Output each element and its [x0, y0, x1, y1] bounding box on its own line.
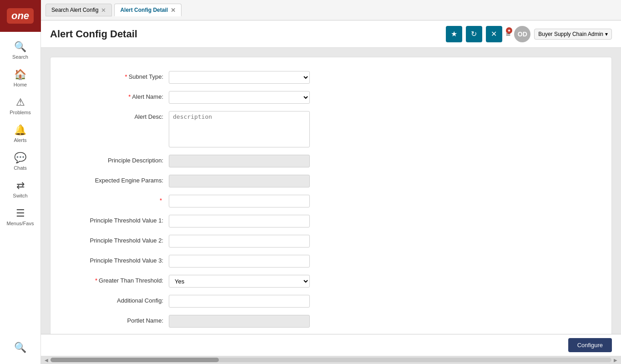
threshold-2-input[interactable]: [169, 235, 310, 248]
additional-config-label: Additional Config:: [60, 295, 169, 304]
required-field-label: *: [60, 195, 169, 204]
tab-bar: Search Alert Config ✕ Alert Config Detai…: [41, 0, 621, 20]
content-area: *Subnet Type: *Alert Name: Alert Desc:: [41, 48, 621, 334]
threshold-1-group: Principle Threshold Value 1:: [60, 215, 602, 228]
additional-config-group: Additional Config:: [60, 295, 602, 308]
portlet-name-group: Portlet Name:: [60, 315, 602, 328]
sidebar-item-problems[interactable]: ⚠ Problems: [0, 92, 40, 120]
threshold-3-input[interactable]: [169, 255, 310, 268]
expected-engine-field: [169, 175, 310, 187]
notification-wrapper: ≡ ★: [506, 29, 511, 39]
header-bar: Alert Config Detail ★ ↻ ✕ ≡ ★ OD Buyer S…: [41, 20, 621, 48]
scrollbar-area: ◀ ▶: [41, 356, 621, 364]
required-star-3: *: [160, 197, 162, 204]
expected-engine-label: Expected Engine Params:: [60, 175, 169, 184]
scroll-left-arrow[interactable]: ◀: [43, 358, 50, 363]
scroll-right-arrow[interactable]: ▶: [612, 358, 619, 363]
scroll-thumb: [50, 358, 219, 362]
tab-search-label: Search Alert Config: [51, 7, 98, 13]
tab-alert-config-detail[interactable]: Alert Config Detail ✕: [114, 4, 182, 16]
app-logo[interactable]: one: [0, 0, 41, 32]
required-field-group: *: [60, 195, 602, 207]
threshold-1-label: Principle Threshold Value 1:: [60, 215, 169, 224]
header-actions: ★ ↻ ✕ ≡ ★ OD Buyer Supply Chain Admin ▾: [446, 26, 612, 42]
alert-name-label: *Alert Name:: [60, 91, 169, 100]
threshold-2-label: Principle Threshold Value 2:: [60, 235, 169, 244]
user-avatar: OD: [514, 26, 530, 42]
subnet-type-group: *Subnet Type:: [60, 71, 602, 84]
chevron-down-icon: ▾: [605, 31, 608, 37]
alert-desc-group: Alert Desc:: [60, 111, 602, 147]
sidebar-item-search[interactable]: 🔍 Search: [0, 36, 40, 64]
bell-icon: 🔔: [14, 124, 26, 136]
switch-icon: ⇄: [16, 180, 25, 192]
sidebar-label-home: Home: [14, 82, 27, 87]
threshold-3-group: Principle Threshold Value 3:: [60, 255, 602, 268]
menus-icon: ☰: [16, 207, 25, 219]
subnet-type-select[interactable]: [169, 71, 310, 84]
tab-detail-close[interactable]: ✕: [171, 7, 176, 13]
sidebar-label-alerts: Alerts: [14, 137, 26, 143]
sidebar-label-search: Search: [12, 54, 28, 60]
portlet-name-field: [169, 315, 310, 328]
home-icon: 🏠: [14, 69, 26, 81]
scroll-track[interactable]: [50, 358, 611, 362]
star-button[interactable]: ★: [446, 26, 462, 42]
alert-name-select[interactable]: [169, 91, 310, 104]
sidebar-item-menus[interactable]: ☰ Menus/Favs: [0, 203, 40, 231]
threshold-1-input[interactable]: [169, 215, 310, 228]
sidebar-item-alerts[interactable]: 🔔 Alerts: [0, 120, 40, 147]
required-star-2: *: [128, 93, 131, 100]
principle-desc-label: Principle Description:: [60, 155, 169, 164]
tab-search-alert-config[interactable]: Search Alert Config ✕: [45, 4, 112, 16]
subnet-type-label: *Subnet Type:: [60, 71, 169, 80]
greater-than-group: *Greater Than Threshold: Yes No: [60, 275, 602, 288]
portlet-name-label: Portlet Name:: [60, 315, 169, 324]
alert-desc-label: Alert Desc:: [60, 111, 169, 120]
sidebar-label-switch: Switch: [13, 193, 27, 198]
sidebar: one 🔍 Search 🏠 Home ⚠ Problems 🔔 Alerts …: [0, 0, 41, 364]
expected-engine-group: Expected Engine Params:: [60, 175, 602, 187]
form-card: *Subnet Type: *Alert Name: Alert Desc:: [50, 57, 612, 334]
alert-desc-textarea[interactable]: [169, 111, 310, 147]
sidebar-item-switch[interactable]: ⇄ Switch: [0, 175, 40, 203]
principle-desc-field: [169, 155, 310, 167]
required-field-input[interactable]: [169, 195, 310, 207]
footer-bar: Configure: [41, 334, 621, 356]
search-icon: 🔍: [14, 41, 26, 53]
threshold-2-group: Principle Threshold Value 2:: [60, 235, 602, 248]
warning-icon: ⚠: [16, 96, 25, 108]
greater-than-select[interactable]: Yes No: [169, 275, 310, 288]
sidebar-bottom: 🔍: [0, 337, 40, 364]
alert-name-group: *Alert Name:: [60, 91, 602, 104]
tab-search-close[interactable]: ✕: [101, 7, 106, 13]
refresh-button[interactable]: ↻: [466, 26, 482, 42]
settings-circle-icon: 🔍: [14, 342, 26, 354]
required-star-4: *: [95, 277, 97, 284]
sidebar-label-menus: Menus/Favs: [7, 221, 34, 226]
sidebar-item-settings[interactable]: 🔍: [0, 337, 40, 359]
logo-text: one: [7, 8, 34, 24]
threshold-3-label: Principle Threshold Value 3:: [60, 255, 169, 264]
user-role-button[interactable]: Buyer Supply Chain Admin ▾: [534, 29, 612, 40]
greater-than-label: *Greater Than Threshold:: [60, 275, 169, 284]
sidebar-item-chats[interactable]: 💬 Chats: [0, 147, 40, 175]
page-title: Alert Config Detail: [50, 28, 441, 40]
tab-detail-label: Alert Config Detail: [120, 7, 168, 13]
additional-config-input[interactable]: [169, 295, 310, 308]
sidebar-label-chats: Chats: [14, 165, 27, 171]
principle-desc-group: Principle Description:: [60, 155, 602, 167]
required-star: *: [125, 73, 127, 80]
close-button[interactable]: ✕: [486, 26, 502, 42]
notification-dot: ★: [506, 27, 512, 34]
chat-icon: 💬: [14, 152, 26, 164]
user-role-label: Buyer Supply Chain Admin: [538, 31, 603, 37]
configure-button[interactable]: Configure: [568, 338, 612, 352]
sidebar-label-problems: Problems: [10, 110, 30, 115]
main-area: Search Alert Config ✕ Alert Config Detai…: [41, 0, 621, 364]
sidebar-item-home[interactable]: 🏠 Home: [0, 64, 40, 92]
